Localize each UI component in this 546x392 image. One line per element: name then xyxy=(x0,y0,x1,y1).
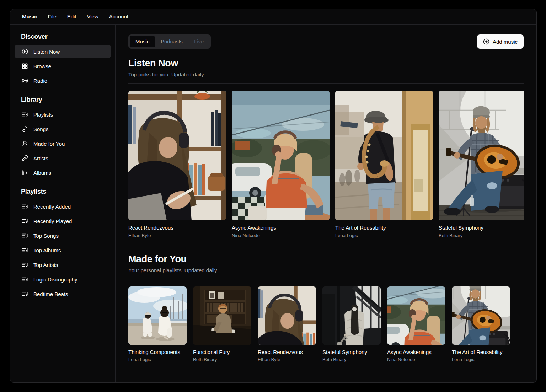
sidebar-item-bedtime-beats[interactable]: Bedtime Beats xyxy=(15,287,111,301)
sidebar-item-top-songs[interactable]: Top Songs xyxy=(15,229,111,242)
sidebar-item-songs[interactable]: Songs xyxy=(15,122,111,136)
main-content: Music Podcasts Live Add music Listen Now… xyxy=(116,25,536,382)
album-card: Stateful Symphony Beth Binary xyxy=(439,91,524,238)
menu-music[interactable]: Music xyxy=(17,11,43,22)
separator xyxy=(128,279,524,279)
playlist-icon xyxy=(22,232,28,239)
album-art-react-rendezvous[interactable] xyxy=(258,286,316,345)
sidebar-item-label: Top Albums xyxy=(33,247,61,253)
add-music-label: Add music xyxy=(493,39,518,45)
sidebar-item-artists[interactable]: Artists xyxy=(15,151,111,165)
album-art-thinking-components[interactable] xyxy=(128,286,187,345)
menu-file[interactable]: File xyxy=(43,11,62,22)
album-art-functional-fury[interactable] xyxy=(193,286,251,345)
album-title: Async Awakenings xyxy=(232,225,330,231)
sidebar-item-radio[interactable]: Radio xyxy=(15,74,111,87)
sidebar-item-label: Bedtime Beats xyxy=(33,291,68,297)
sidebar-item-label: Top Songs xyxy=(33,233,59,239)
album-card: Thinking Components Lena Logic xyxy=(128,286,187,363)
section-subtitle: Your personal playlists. Updated daily. xyxy=(128,267,524,273)
album-art-async-awakenings[interactable] xyxy=(232,91,330,220)
menu-view[interactable]: View xyxy=(82,11,104,22)
music-app-window: Music File Edit View Account Discover Li… xyxy=(10,9,537,383)
sidebar-item-albums[interactable]: Albums xyxy=(15,166,111,179)
tab-live: Live xyxy=(188,36,210,47)
sidebar-item-label: Browse xyxy=(33,63,51,69)
album-title: Functional Fury xyxy=(193,349,251,355)
menu-account[interactable]: Account xyxy=(104,11,134,22)
album-art-the-art-of-reusability[interactable] xyxy=(452,286,510,345)
sidebar-item-made-for-you[interactable]: Made for You xyxy=(15,137,111,150)
album-card: Async Awakenings Nina Netcode xyxy=(387,286,445,363)
plus-circle-icon xyxy=(483,38,489,45)
main-header: Music Podcasts Live Add music xyxy=(128,34,524,49)
sidebar-item-listen-now[interactable]: Listen Now xyxy=(15,45,111,58)
album-card: Functional Fury Beth Binary xyxy=(193,286,251,363)
sidebar-item-label: Albums xyxy=(33,170,51,176)
album-card: Stateful Symphony Beth Binary xyxy=(322,286,381,363)
library-icon xyxy=(22,170,28,176)
album-artist: Ethan Byte xyxy=(258,357,316,362)
album-card: Async Awakenings Nina Netcode xyxy=(232,91,330,238)
menu-edit[interactable]: Edit xyxy=(62,11,82,22)
album-artist: Beth Binary xyxy=(439,233,524,238)
album-title: Stateful Symphony xyxy=(439,225,524,231)
playlist-icon xyxy=(22,247,28,253)
sidebar-item-label: Made for You xyxy=(33,141,65,147)
album-art-the-art-of-reusability[interactable] xyxy=(335,91,433,220)
sidebar-section-title: Playlists xyxy=(15,185,111,198)
playlist-icon xyxy=(22,111,28,118)
playlist-icon xyxy=(22,262,28,268)
tab-music[interactable]: Music xyxy=(130,36,155,47)
tab-podcasts[interactable]: Podcasts xyxy=(155,36,188,47)
sidebar-item-label: Recently Added xyxy=(33,204,71,210)
playlist-icon xyxy=(22,203,28,210)
separator xyxy=(128,83,524,84)
album-art-stateful-symphony[interactable] xyxy=(439,91,524,220)
album-card: React Rendezvous Ethan Byte xyxy=(128,91,226,238)
sidebar-item-logic-discography[interactable]: Logic Discography xyxy=(15,273,111,286)
listen-now-row: React Rendezvous Ethan Byte Async Awaken… xyxy=(128,91,524,238)
album-title: Stateful Symphony xyxy=(322,349,381,355)
section-subtitle: Top picks for you. Updated daily. xyxy=(128,71,524,77)
album-card: React Rendezvous Ethan Byte xyxy=(258,286,316,363)
sidebar-section-library: Library Playlists Songs Made for You Art… xyxy=(15,93,111,179)
radio-icon xyxy=(22,77,28,84)
sidebar-section-title: Discover xyxy=(15,30,111,43)
section-title-listen-now: Listen Now xyxy=(128,58,524,69)
menubar: Music File Edit View Account xyxy=(10,9,536,25)
sidebar-section-title: Library xyxy=(15,93,111,106)
microphone-icon xyxy=(22,155,28,161)
user-icon xyxy=(22,140,28,147)
add-music-button[interactable]: Add music xyxy=(477,34,524,49)
album-title: The Art of Reusability xyxy=(335,225,433,231)
album-art-async-awakenings[interactable] xyxy=(387,286,445,345)
section-title-made-for-you: Made for You xyxy=(128,254,524,265)
made-for-you-row: Thinking Components Lena Logic Functiona… xyxy=(128,286,524,363)
sidebar-item-top-artists[interactable]: Top Artists xyxy=(15,258,111,272)
album-title: Thinking Components xyxy=(128,349,187,355)
sidebar-item-recently-played[interactable]: Recently Played xyxy=(15,214,111,228)
album-title: React Rendezvous xyxy=(128,225,226,231)
album-card: The Art of Reusability Lena Logic xyxy=(452,286,510,363)
album-title: The Art of Reusability xyxy=(452,349,510,355)
sidebar-item-browse[interactable]: Browse xyxy=(15,59,111,73)
album-artist: Nina Netcode xyxy=(232,233,330,238)
content-tabs: Music Podcasts Live xyxy=(128,34,211,49)
sidebar-item-label: Listen Now xyxy=(33,49,60,55)
sidebar-section-discover: Discover Listen Now Browse Radio xyxy=(15,30,111,87)
album-artist: Ethan Byte xyxy=(128,233,226,238)
sidebar-item-label: Logic Discography xyxy=(33,276,77,283)
album-artist: Lena Logic xyxy=(335,233,433,238)
sidebar-item-top-albums[interactable]: Top Albums xyxy=(15,243,111,257)
sidebar-item-playlists[interactable]: Playlists xyxy=(15,108,111,121)
album-artist: Beth Binary xyxy=(193,357,251,362)
playlist-icon xyxy=(22,291,28,297)
album-card: The Art of Reusability Lena Logic xyxy=(335,91,433,238)
sidebar-item-recently-added[interactable]: Recently Added xyxy=(15,200,111,213)
album-art-stateful-symphony[interactable] xyxy=(322,286,381,345)
sidebar-item-label: Playlists xyxy=(33,112,53,118)
album-art-react-rendezvous[interactable] xyxy=(128,91,226,220)
play-circle-icon xyxy=(22,48,28,55)
sidebar-item-label: Songs xyxy=(33,126,49,132)
